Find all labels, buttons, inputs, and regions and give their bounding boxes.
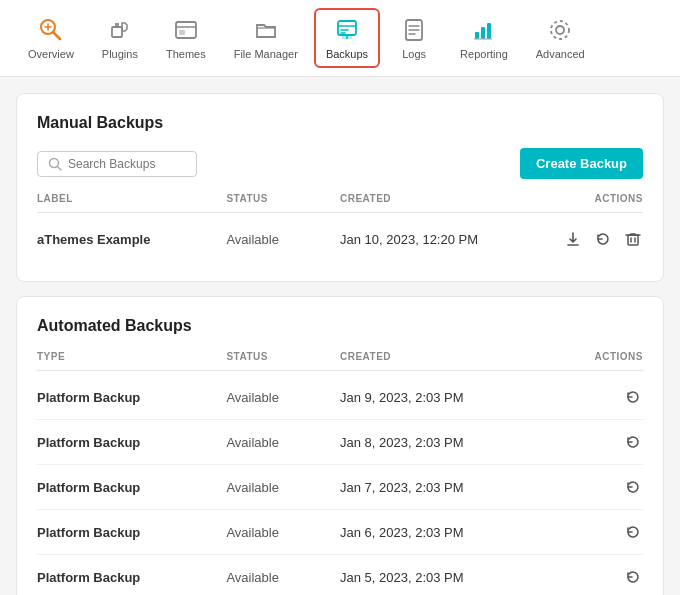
row-type: Platform Backup (37, 435, 226, 450)
automated-table-row: Platform Backup Available Jan 7, 2023, 2… (37, 465, 643, 510)
manual-backups-title: Manual Backups (37, 114, 643, 132)
nav-file-manager-label: File Manager (234, 48, 298, 60)
plugins-icon (106, 16, 134, 44)
svg-rect-9 (179, 30, 185, 35)
row-actions (529, 522, 643, 542)
row-type: Platform Backup (37, 570, 226, 585)
nav-themes-label: Themes (166, 48, 206, 60)
automated-backups-table: TYPE STATUS CREATED ACTIONS Platform Bac… (37, 351, 643, 595)
svg-rect-7 (176, 22, 196, 38)
manual-backups-toolbar: Create Backup (37, 148, 643, 179)
row-actions (529, 477, 643, 497)
col-label-created: CREATED (340, 193, 529, 204)
row-type: Platform Backup (37, 525, 226, 540)
svg-rect-21 (475, 32, 479, 39)
row-created: Jan 7, 2023, 2:03 PM (340, 480, 529, 495)
nav-advanced-label: Advanced (536, 48, 585, 60)
table-row: aThemes Example Available Jan 10, 2023, … (37, 217, 643, 261)
restore-button[interactable] (593, 229, 613, 249)
top-navigation: Overview Plugins Themes (0, 0, 680, 77)
svg-point-26 (551, 21, 569, 39)
col-label-status: STATUS (226, 193, 340, 204)
automated-table-header: TYPE STATUS CREATED ACTIONS (37, 351, 643, 371)
delete-button[interactable] (623, 229, 643, 249)
nav-logs[interactable]: Logs (384, 8, 444, 68)
manual-table-header: LABEL STATUS CREATED ACTIONS (37, 193, 643, 213)
automated-table-row: Platform Backup Available Jan 5, 2023, 2… (37, 555, 643, 595)
nav-overview-label: Overview (28, 48, 74, 60)
row-actions (529, 387, 643, 407)
row-type: Platform Backup (37, 480, 226, 495)
automated-backups-title: Automated Backups (37, 317, 643, 335)
row-status: Available (226, 232, 340, 247)
restore-row-button[interactable] (623, 387, 643, 407)
svg-point-25 (556, 26, 564, 34)
row-created: Jan 5, 2023, 2:03 PM (340, 570, 529, 585)
row-created: Jan 6, 2023, 2:03 PM (340, 525, 529, 540)
automated-table-row: Platform Backup Available Jan 9, 2023, 2… (37, 375, 643, 420)
row-label: aThemes Example (37, 232, 226, 247)
create-backup-button[interactable]: Create Backup (520, 148, 643, 179)
row-status: Available (226, 390, 340, 405)
col-label-label: LABEL (37, 193, 226, 204)
manual-backups-card: Manual Backups Create Backup LABEL STATU… (16, 93, 664, 282)
nav-file-manager[interactable]: File Manager (222, 8, 310, 68)
row-created: Jan 10, 2023, 12:20 PM (340, 232, 529, 247)
svg-line-28 (58, 166, 62, 170)
svg-rect-4 (112, 27, 122, 37)
col-actions-label: ACTIONS (529, 351, 643, 362)
svg-rect-23 (487, 23, 491, 39)
search-icon (48, 157, 62, 171)
automated-table-row: Platform Backup Available Jan 6, 2023, 2… (37, 510, 643, 555)
automated-table-row: Platform Backup Available Jan 8, 2023, 2… (37, 420, 643, 465)
nav-reporting[interactable]: Reporting (448, 8, 520, 68)
col-type-label: TYPE (37, 351, 226, 362)
themes-icon (172, 16, 200, 44)
manual-backups-table: LABEL STATUS CREATED ACTIONS aThemes Exa… (37, 193, 643, 261)
col-created-label: CREATED (340, 351, 529, 362)
col-status-label: STATUS (226, 351, 340, 362)
nav-logs-label: Logs (402, 48, 426, 60)
restore-row-button[interactable] (623, 432, 643, 452)
automated-backups-card: Automated Backups TYPE STATUS CREATED AC… (16, 296, 664, 595)
logs-icon (400, 16, 428, 44)
row-actions (529, 432, 643, 452)
restore-row-button[interactable] (623, 477, 643, 497)
download-button[interactable] (563, 229, 583, 249)
nav-backups-label: Backups (326, 48, 368, 60)
row-status: Available (226, 480, 340, 495)
file-manager-icon (252, 16, 280, 44)
backups-icon (333, 16, 361, 44)
row-status: Available (226, 435, 340, 450)
nav-reporting-label: Reporting (460, 48, 508, 60)
overview-icon (37, 16, 65, 44)
svg-rect-30 (628, 235, 638, 245)
search-box[interactable] (37, 151, 197, 177)
nav-plugins[interactable]: Plugins (90, 8, 150, 68)
row-actions (529, 567, 643, 587)
nav-backups[interactable]: Backups (314, 8, 380, 68)
restore-row-button[interactable] (623, 567, 643, 587)
nav-overview[interactable]: Overview (16, 8, 86, 68)
nav-plugins-label: Plugins (102, 48, 138, 60)
restore-row-button[interactable] (623, 522, 643, 542)
row-created: Jan 9, 2023, 2:03 PM (340, 390, 529, 405)
advanced-icon (546, 16, 574, 44)
nav-advanced[interactable]: Advanced (524, 8, 597, 68)
row-status: Available (226, 525, 340, 540)
nav-themes[interactable]: Themes (154, 8, 218, 68)
row-status: Available (226, 570, 340, 585)
row-type: Platform Backup (37, 390, 226, 405)
reporting-icon (470, 16, 498, 44)
main-content: Manual Backups Create Backup LABEL STATU… (0, 77, 680, 595)
svg-line-1 (53, 32, 60, 39)
search-input[interactable] (68, 157, 186, 171)
row-created: Jan 8, 2023, 2:03 PM (340, 435, 529, 450)
svg-rect-22 (481, 27, 485, 39)
row-actions (529, 229, 643, 249)
col-label-actions: ACTIONS (529, 193, 643, 204)
